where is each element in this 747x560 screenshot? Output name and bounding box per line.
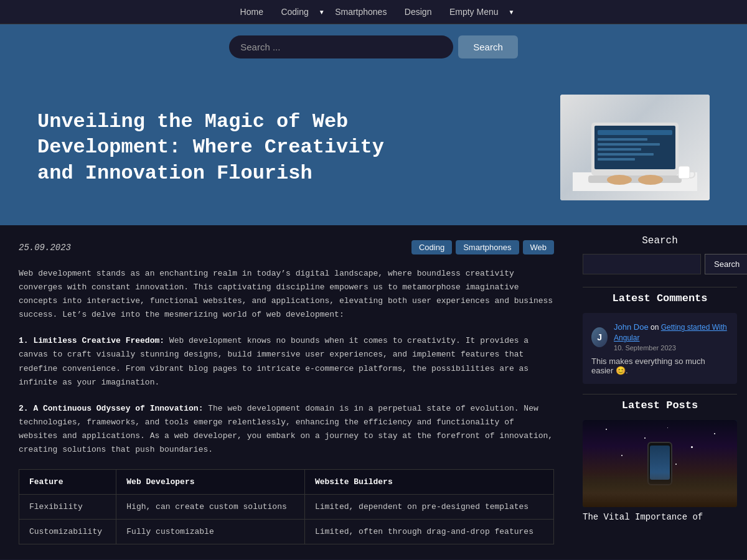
- tags-container: Coding Smartphones Web: [411, 240, 554, 254]
- star: [621, 455, 622, 456]
- comparison-table: Feature Web Developers Website Builders …: [19, 469, 554, 544]
- meta-row: 25.09.2023 Coding Smartphones Web: [19, 240, 554, 254]
- nav-design[interactable]: Design: [405, 7, 432, 17]
- svg-point-11: [638, 175, 663, 185]
- nav-home[interactable]: Home: [240, 7, 263, 17]
- star: [691, 446, 693, 448]
- tag-coding[interactable]: Coding: [411, 240, 452, 254]
- search-form: Search: [229, 35, 518, 58]
- table-cell-custom-label: Customizability: [19, 520, 116, 544]
- nav-coding[interactable]: Coding: [281, 7, 308, 17]
- svg-rect-3: [598, 130, 672, 135]
- post-date: 25.09.2023: [19, 243, 71, 253]
- svg-rect-5: [598, 143, 660, 146]
- svg-point-10: [607, 175, 632, 185]
- table-header-website-builder: Website Builders: [304, 470, 553, 495]
- table-row: Flexibility High, can create custom solu…: [19, 495, 554, 520]
- search-button[interactable]: Search: [458, 35, 518, 58]
- table-header-row: Feature Web Developers Website Builders: [19, 470, 554, 495]
- star: [606, 429, 607, 430]
- section2-title: 2. A Continuous Odyssey of Innovation:: [19, 404, 203, 413]
- laptop-illustration: [573, 104, 697, 191]
- main-content: 25.09.2023 Coding Smartphones Web Web de…: [0, 225, 747, 559]
- search-input[interactable]: [229, 35, 453, 58]
- table-cell-flexibility-builder: Limited, dependent on pre-designed templ…: [304, 495, 553, 520]
- svg-rect-8: [598, 158, 635, 161]
- latest-comments-title: Latest Comments: [583, 292, 737, 304]
- table-cell-custom-builder: Limited, often through drag-and-drop fea…: [304, 520, 553, 544]
- avatar: J: [591, 327, 608, 347]
- comment-on-text: on: [651, 323, 661, 332]
- search-bar-area: Search: [0, 24, 747, 70]
- article-intro: Web development stands as an enchanting …: [19, 267, 554, 322]
- comment-date: 10. September 2023: [614, 343, 728, 353]
- table-header-web-dev: Web Developers: [116, 470, 305, 495]
- latest-post-title: The Vital Importance of: [583, 512, 737, 522]
- sidebar-search-section: Search Search: [583, 235, 737, 274]
- svg-rect-6: [598, 148, 641, 151]
- latest-comments-section: Latest Comments J John Doe on Getting st…: [583, 292, 737, 384]
- table-cell-flexibility-webdev: High, can create custom solutions: [116, 495, 305, 520]
- divider: [583, 287, 737, 287]
- svg-rect-12: [679, 166, 690, 179]
- comment-text: This makes everything so much easier 😊.: [591, 357, 728, 375]
- comment-header: J John Doe on Getting started With Angul…: [591, 322, 728, 353]
- tag-smartphones[interactable]: Smartphones: [456, 240, 519, 254]
- hero-title: Unveiling the Magic of Web Development: …: [37, 109, 411, 187]
- table-header-feature: Feature: [19, 470, 116, 495]
- sky-gradient: [583, 472, 737, 507]
- coding-dropdown-arrow: ▼: [319, 9, 325, 16]
- nav-empty-menu[interactable]: Empty Menu: [449, 7, 499, 17]
- nav-smartphones[interactable]: Smartphones: [335, 7, 387, 17]
- latest-posts-title: Latest Posts: [583, 399, 737, 411]
- night-sky-bg: [583, 420, 737, 507]
- comment-meta: John Doe on Getting started With Angular…: [614, 322, 728, 353]
- hero-image: [560, 95, 710, 200]
- table-cell-custom-webdev: Fully customizable: [116, 520, 305, 544]
- sidebar: Search Search Latest Comments J John Doe…: [573, 225, 747, 559]
- svg-rect-9: [588, 175, 682, 183]
- comment-card: J John Doe on Getting started With Angul…: [583, 313, 737, 384]
- latest-post-image: [583, 420, 737, 507]
- comment-author-link[interactable]: John Doe: [614, 322, 649, 332]
- section1-title: 1. Limitless Creative Freedom:: [19, 336, 164, 345]
- comment-author-line: John Doe on Getting started With Angular: [614, 322, 728, 343]
- empty-menu-dropdown-arrow: ▼: [509, 9, 515, 16]
- hero-section: Unveiling the Magic of Web Development: …: [0, 70, 747, 225]
- tag-web[interactable]: Web: [523, 240, 555, 254]
- table-row: Customizability Fully customizable Limit…: [19, 520, 554, 544]
- star: [714, 433, 715, 434]
- star: [675, 464, 677, 465]
- article-section2: 2. A Continuous Odyssey of Innovation: T…: [19, 402, 554, 457]
- sidebar-search-input[interactable]: [583, 254, 701, 274]
- svg-rect-7: [598, 153, 654, 156]
- star: [667, 427, 668, 428]
- star: [644, 437, 646, 439]
- table-cell-flexibility-label: Flexibility: [19, 495, 116, 520]
- sidebar-search-button[interactable]: Search: [705, 254, 747, 274]
- svg-rect-4: [598, 138, 647, 141]
- top-navigation: Home Coding ▼ Smartphones Design Empty M…: [0, 0, 747, 24]
- latest-posts-section: Latest Posts: [583, 399, 737, 522]
- content-left: 25.09.2023 Coding Smartphones Web Web de…: [0, 225, 573, 559]
- article-section1: 1. Limitless Creative Freedom: Web devel…: [19, 334, 554, 389]
- sidebar-search-title: Search: [583, 235, 737, 246]
- divider2: [583, 394, 737, 394]
- sidebar-search-row: Search: [583, 254, 737, 274]
